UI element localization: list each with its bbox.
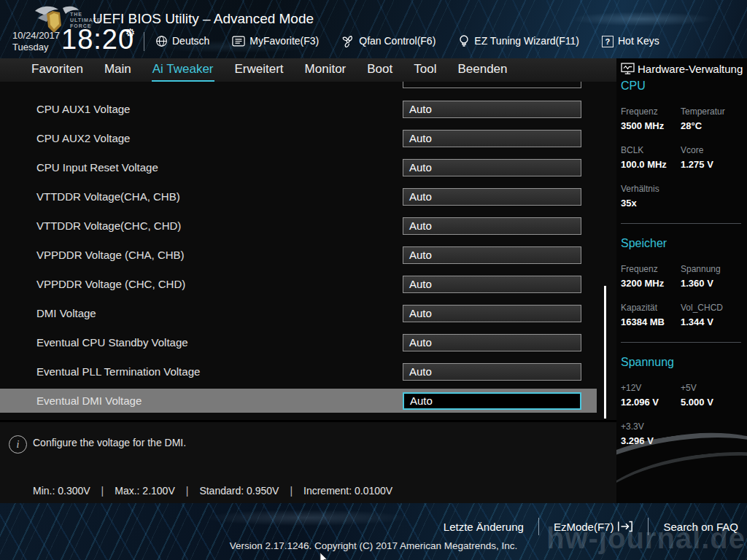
tab-ai-tweaker[interactable]: Ai Tweaker: [152, 58, 214, 82]
stat-value: 12.096 V: [621, 397, 681, 408]
setting-label: VTTDDR Voltage(CHC, CHD): [36, 211, 181, 241]
sidebar-stat-grid: BCLKVcore100.0 MHz1.275 V: [616, 133, 747, 170]
exit-arrow-icon: [617, 521, 633, 532]
menu-item-label: EZ Tuning Wizard(F11): [474, 35, 579, 47]
range-segment: Max.: 2.100V: [115, 485, 175, 497]
stat-label: +5V: [681, 383, 743, 393]
setting-row[interactable]: Eventual DMI VoltageAuto: [0, 386, 616, 416]
setting-label: CPU Input Reset Voltage: [36, 153, 158, 182]
setting-label: Eventual DMI Voltage: [36, 386, 142, 416]
setting-label: VPPDDR Voltage (CHC, CHD): [36, 270, 185, 299]
stat-value: 1.275 V: [681, 159, 743, 170]
sidebar-heading-spannung: Spannung: [616, 356, 747, 369]
stat-value: 3500 MHz: [621, 120, 681, 131]
setting-row[interactable]: DMI VoltageAuto: [0, 299, 616, 328]
menu-item-ez-tuning-wizard-f11-[interactable]: EZ Tuning Wizard(F11): [458, 34, 579, 47]
menu-item-hot-keys[interactable]: ?Hot Keys: [602, 35, 659, 47]
range-separator: |: [186, 485, 189, 497]
sidebar-stat-grid: FrequenzTemperatur3500 MHz28°C: [616, 95, 747, 131]
menu-item-myfavorite-f3-[interactable]: MyFavorite(F3): [232, 35, 319, 47]
main-menu-tabbar: FavoritenMainAi TweakerErweitertMonitorB…: [0, 58, 616, 82]
setting-value-input[interactable]: Auto: [403, 159, 581, 176]
setting-row[interactable]: VTTDDR Voltage(CHC, CHD)Auto: [0, 211, 616, 241]
sidebar-heading-cpu: CPU: [616, 79, 747, 93]
search-faq-label: Search on FAQ: [663, 521, 738, 533]
menu-item-label: Qfan Control(F6): [359, 35, 436, 47]
sidebar-section-divider: [621, 342, 741, 343]
stat-label: Vcore: [681, 145, 743, 155]
tab-erweitert[interactable]: Erweitert: [234, 58, 285, 82]
setting-row[interactable]: Eventual CPU Standby VoltageAuto: [0, 328, 616, 357]
range-segment: Standard: 0.950V: [199, 485, 279, 497]
setting-value-input[interactable]: Auto: [403, 130, 581, 147]
setting-value-input[interactable]: Auto: [403, 363, 581, 381]
footer-bar: hw-journal.de Letzte Änderung EzMode(F7)…: [0, 503, 747, 560]
scrollbar-thumb[interactable]: [604, 286, 606, 419]
stat-value: 3200 MHz: [621, 278, 681, 289]
setting-value-input[interactable]: Auto: [403, 246, 581, 264]
search-faq-button[interactable]: Search on FAQ: [663, 521, 738, 533]
range-segment: Min.: 0.300V: [33, 485, 90, 497]
setting-row[interactable]: CPU AUX2 VoltageAuto: [0, 124, 616, 153]
bios-screen: THEULTIMATEFORCE UEFI BIOS Utility – Adv…: [0, 0, 747, 560]
top-menu: DeutschMyFavorite(F3)Qfan Control(F6)EZ …: [155, 32, 659, 50]
gear-icon[interactable]: ⚙: [125, 26, 135, 39]
setting-value-input[interactable]: Auto: [403, 217, 581, 235]
setting-row[interactable]: CPU AUX1 VoltageAuto: [0, 95, 616, 124]
menu-item-label: MyFavorite(F3): [249, 35, 319, 47]
setting-value-input[interactable]: Auto: [403, 276, 581, 293]
menu-item-qfan-control-f6-[interactable]: Qfan Control(F6): [341, 35, 436, 47]
tab-main[interactable]: Main: [104, 58, 132, 82]
sidebar-stat-grid: KapazitätVol_CHCD16384 MB1.344 V: [616, 291, 747, 327]
setting-row[interactable]: VPPDDR Voltage (CHA, CHB)Auto: [0, 241, 616, 270]
header-divider: [144, 32, 144, 51]
setting-value-input[interactable]: Auto: [403, 392, 581, 410]
sidebar-header: Hardware-Verwaltung: [616, 58, 747, 75]
stat-value: 16384 MB: [621, 316, 681, 327]
menu-item-label: Hot Keys: [618, 35, 659, 47]
setting-label: Eventual PLL Termination Voltage: [36, 357, 200, 386]
qfan-icon: [341, 35, 355, 47]
setting-label: CPU AUX1 Voltage: [36, 95, 130, 124]
setting-value-input[interactable]: Auto: [403, 305, 581, 322]
settings-list: CPU AUX1 VoltageAutoCPU AUX2 VoltageAuto…: [0, 95, 616, 416]
footer-links: Letzte Änderung EzMode(F7) Search on FAQ: [444, 518, 738, 535]
last-change-button[interactable]: Letzte Änderung: [444, 521, 524, 533]
value-range-line: Min.: 0.300V|Max.: 2.100V|Standard: 0.95…: [33, 485, 392, 497]
stat-value: 1.344 V: [681, 316, 743, 327]
stat-label: +12V: [621, 383, 681, 393]
date-display[interactable]: 10/24/2017 Tuesday: [12, 30, 60, 53]
tab-favoriten[interactable]: Favoriten: [31, 58, 84, 82]
day-value: Tuesday: [12, 42, 60, 53]
setting-row[interactable]: VTTDDR Voltage(CHA, CHB)Auto: [0, 182, 616, 211]
tab-monitor[interactable]: Monitor: [304, 58, 347, 82]
tab-boot[interactable]: Boot: [366, 58, 393, 82]
sidebar-stat-grid: Verhältnis35x: [616, 172, 747, 209]
stat-label: Verhältnis: [621, 184, 681, 194]
setting-value-input[interactable]: Auto: [403, 334, 581, 351]
stat-value: 1.360 V: [681, 278, 743, 289]
globe-icon: [155, 35, 168, 47]
setting-row[interactable]: Eventual PLL Termination VoltageAuto: [0, 357, 616, 386]
clipped-input-box: [403, 82, 581, 88]
setting-row[interactable]: CPU Input Reset VoltageAuto: [0, 153, 616, 182]
menu-item-deutsch[interactable]: Deutsch: [155, 35, 209, 47]
range-separator: |: [290, 485, 293, 497]
stat-value: 100.0 MHz: [621, 159, 681, 170]
clock-display[interactable]: 18:20: [61, 24, 134, 55]
mouse-cursor: [320, 552, 328, 560]
hardware-monitor-icon: [621, 63, 635, 75]
help-panel: i Configure the voltage for the DMI. Min…: [0, 420, 616, 503]
setting-label: VPPDDR Voltage (CHA, CHB): [36, 241, 185, 270]
sidebar-stat-grid: +12V+5V12.096 V5.000 V: [616, 371, 747, 408]
tab-beenden[interactable]: Beenden: [457, 58, 508, 82]
setting-row[interactable]: VPPDDR Voltage (CHC, CHD)Auto: [0, 270, 616, 299]
setting-label: VTTDDR Voltage(CHA, CHB): [36, 182, 180, 211]
setting-value-input[interactable]: Auto: [403, 101, 581, 118]
tab-tool[interactable]: Tool: [413, 58, 437, 82]
hardware-monitor-sidebar: Hardware-Verwaltung CPUFrequenzTemperatu…: [616, 58, 747, 503]
setting-value-input[interactable]: Auto: [403, 188, 581, 206]
ezmode-button[interactable]: EzMode(F7): [554, 521, 634, 533]
stat-label: Frequenz: [621, 264, 681, 274]
menu-item-label: Deutsch: [172, 35, 209, 47]
